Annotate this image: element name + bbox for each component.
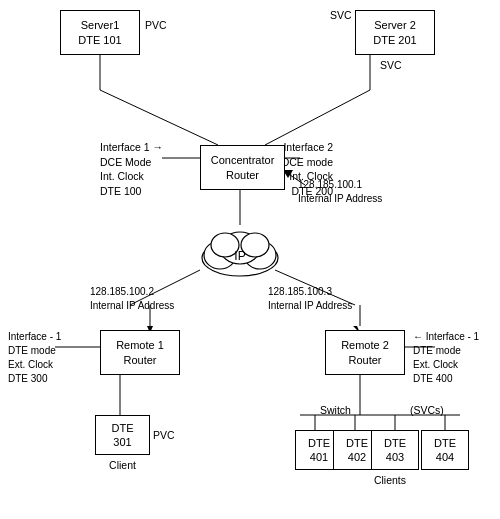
dte401-label1: DTE [308, 436, 330, 450]
dte404-box: DTE 404 [421, 430, 469, 470]
switch-label: Switch [320, 403, 351, 418]
dte301-label2: 301 [113, 435, 131, 449]
interface1-label: Interface 1 → DCE Mode Int. Clock DTE 10… [100, 140, 163, 199]
network-diagram: Server1 DTE 101 PVC SVC Server 2 DTE 201… [0, 0, 500, 519]
concentrator-box: Concentrator Router [200, 145, 285, 190]
pvc-top-label: PVC [145, 18, 167, 33]
svc-right-label: SVC [380, 58, 402, 73]
server1-box: Server1 DTE 101 [60, 10, 140, 55]
dte404-label2: 404 [436, 450, 454, 464]
dte403-label2: 403 [386, 450, 404, 464]
dte404-label1: DTE [434, 436, 456, 450]
server1-label2: DTE 101 [78, 33, 121, 47]
svcs-label: (SVCs) [410, 403, 444, 418]
svg-text:IP: IP [234, 249, 245, 263]
dte301-box: DTE 301 [95, 415, 150, 455]
concentrator-label1: Concentrator [211, 153, 275, 167]
remote1-box: Remote 1 Router [100, 330, 180, 375]
interface-remote2-label: ← Interface - 1 DTE mode Ext. Clock DTE … [413, 330, 479, 386]
dte402-label2: 402 [348, 450, 366, 464]
remote1-ip-label: 128.185.100.2 Internal IP Address [90, 285, 174, 313]
dte403-box: DTE 403 [371, 430, 419, 470]
server2-label1: Server 2 [374, 18, 416, 32]
clients-label: Clients [340, 473, 440, 488]
dte301-label1: DTE [112, 421, 134, 435]
server2-label2: DTE 201 [373, 33, 416, 47]
remote2-box: Remote 2 Router [325, 330, 405, 375]
client-label: Client [95, 458, 150, 473]
pvc-bottom-label: PVC [153, 428, 175, 443]
dte403-label1: DTE [384, 436, 406, 450]
server1-label1: Server1 [81, 18, 120, 32]
ip-cloud: IP [190, 220, 290, 280]
dte402-label1: DTE [346, 436, 368, 450]
server2-box: Server 2 DTE 201 [355, 10, 435, 55]
remote2-label2: Router [348, 353, 381, 367]
svc-top-label: SVC [330, 8, 352, 23]
interface-remote1-label: Interface - 1 DTE mode Ext. Clock DTE 30… [8, 330, 61, 386]
concentrator-ip-label: 128.185.100.1 Internal IP Address [298, 178, 382, 206]
dte401-label2: 401 [310, 450, 328, 464]
remote2-ip-label: 128.185.100.3 Internal IP Address [268, 285, 352, 313]
concentrator-label2: Router [226, 168, 259, 182]
remote1-label1: Remote 1 [116, 338, 164, 352]
remote1-label2: Router [123, 353, 156, 367]
remote2-label1: Remote 2 [341, 338, 389, 352]
svg-line-1 [100, 90, 218, 145]
svg-line-4 [265, 90, 370, 145]
